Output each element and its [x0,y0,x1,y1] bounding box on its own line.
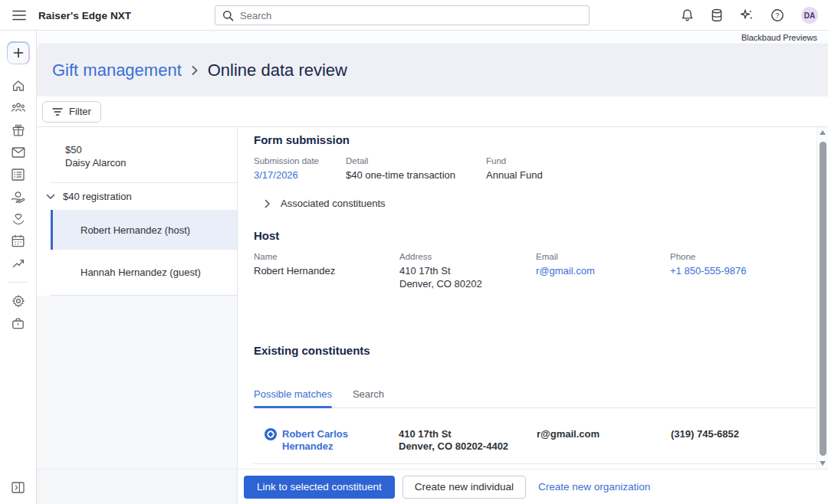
field-value: Robert Hernandez [254,265,399,277]
gifts-icon[interactable] [0,119,37,141]
app-title: Raiser's Edge NXT [38,0,131,31]
submission-date-link[interactable]: 3/17/2026 [254,169,346,182]
address-line-2: Denver, CO 80202 [399,278,536,290]
tools-icon[interactable] [0,312,37,334]
radio-selected[interactable] [264,428,277,440]
top-bar: Raiser's Edge NXT ? DA [0,0,828,31]
action-footer: Link to selected constituent Create new … [37,469,828,504]
app-window: Raiser's Edge NXT ? DA [0,0,828,504]
list-group-40-registration[interactable]: $40 registration [37,183,237,210]
tab-search[interactable]: Search [353,388,384,407]
address-line-2: Denver, CO 80202-4402 [399,440,537,453]
field-fund: Fund Annual Fund [486,156,543,182]
search-input[interactable] [240,10,582,21]
match-email-cell: r@gmail.com [537,428,671,453]
tab-possible-matches[interactable]: Possible matches [254,388,332,407]
field-name: Name Robert Hernandez [254,252,399,290]
field-value: Annual Fund [486,169,543,182]
filter-label: Filter [69,106,91,117]
host-heading: Host [254,229,828,242]
associated-constituents-toggle[interactable]: Associated constituents [254,198,828,209]
list-item-label: Robert Hernandez (host) [80,224,190,236]
link-to-selected-constituent-button[interactable]: Link to selected constituent [244,476,395,499]
scrollbar-thumb[interactable] [820,142,826,456]
field-label: Fund [486,156,543,165]
field-label: Phone [670,252,746,261]
footer-left-spacer [37,470,238,504]
analysis-icon[interactable] [0,252,37,274]
field-label: Address [399,252,536,261]
notifications-bell-icon[interactable] [681,8,694,22]
match-address-cell: 410 17th St Denver, CO 80202-4402 [399,428,537,453]
field-value: $40 one-time transaction [346,169,486,182]
settings-gear-icon[interactable] [0,290,37,312]
database-icon[interactable] [711,8,723,22]
field-label: Name [254,252,399,261]
svg-text:?: ? [775,11,779,19]
ai-sparkle-icon[interactable] [740,8,754,22]
calendar-icon[interactable] [0,230,37,252]
filter-button[interactable]: Filter [42,101,101,123]
field-label: Submission date [254,156,346,165]
scroll-up-arrow[interactable] [820,130,826,135]
list-item-hannah-hernandez-guest[interactable]: Hannah Hernandez (guest) [37,250,237,295]
email-icon[interactable] [0,141,37,163]
phone-link[interactable]: +1 850-555-9876 [670,265,746,277]
create-new-individual-button[interactable]: Create new individual [402,476,526,499]
previews-label: Blackbaud Previews [741,33,817,42]
panel-empty-area [37,296,237,469]
lists-icon[interactable] [0,163,37,185]
match-phone-cell: (319) 745-6852 [671,428,739,453]
list-item-robert-hernandez-host[interactable]: Robert Hernandez (host) [51,210,237,250]
previews-bar: Blackbaud Previews [37,31,828,44]
topbar-actions: ? DA [681,0,818,31]
hamburger-menu-icon[interactable] [12,10,26,21]
list-item-daisy-alarcon[interactable]: $50 Daisy Alarcon [37,127,237,182]
events-icon[interactable] [0,208,37,230]
add-button[interactable] [7,41,30,64]
help-icon[interactable]: ? [770,8,784,22]
active-tab-underline [254,406,332,408]
collapse-panel-icon[interactable] [12,482,25,493]
transaction-name: Daisy Alarcon [65,156,237,169]
field-submission-date: Submission date 3/17/2026 [254,156,346,182]
match-row[interactable]: Robert Carlos Hernandez 410 17th St Denv… [254,408,828,464]
match-tabs: Possible matches Search [254,388,828,408]
constituent-link[interactable]: Robert Carlos Hernandez [282,428,399,453]
page-header-banner: Gift management Online data review [37,44,828,97]
filter-toolbar: Filter [37,97,828,127]
home-icon[interactable] [0,74,37,97]
field-email: Email r@gmail.com [536,252,670,290]
constituents-icon[interactable] [0,97,37,119]
transaction-amount: $50 [65,143,237,156]
breadcrumb-parent-link[interactable]: Gift management [52,61,182,80]
fundraising-icon[interactable] [0,185,37,208]
nav-icon-list [0,74,37,274]
email-link[interactable]: r@gmail.com [536,265,670,277]
filter-icon [52,107,63,116]
address-line-1: 410 17th St [399,265,536,277]
scroll-down-arrow[interactable] [820,461,826,466]
field-address: Address 410 17th St Denver, CO 80202 [399,252,536,290]
page-title: Online data review [208,61,347,80]
chevron-right-icon [264,199,271,208]
field-detail: Detail $40 one-time transaction [346,156,486,182]
plus-icon [8,43,28,64]
match-name-cell: Robert Carlos Hernandez [264,428,399,453]
tab-label: Possible matches [254,388,332,400]
existing-constituents-heading: Existing constituents [254,344,828,357]
vertical-scrollbar[interactable] [816,127,828,469]
form-submission-fields: Submission date 3/17/2026 Detail $40 one… [254,156,828,182]
detail-pane: Form submission Submission date 3/17/202… [238,127,828,469]
form-submission-heading: Form submission [254,133,828,146]
footer-actions: Link to selected constituent Create new … [238,470,828,504]
create-new-organization-link[interactable]: Create new organization [538,481,650,493]
field-label: Email [536,252,670,261]
field-phone: Phone +1 850-555-9876 [670,252,746,290]
avatar[interactable]: DA [801,7,818,24]
sidebar-divider [8,282,28,283]
address-line-1: 410 17th St [399,428,537,440]
associated-constituents-label: Associated constituents [281,198,386,209]
global-search[interactable] [215,5,590,25]
list-item-label: Hannah Hernandez (guest) [80,267,201,278]
